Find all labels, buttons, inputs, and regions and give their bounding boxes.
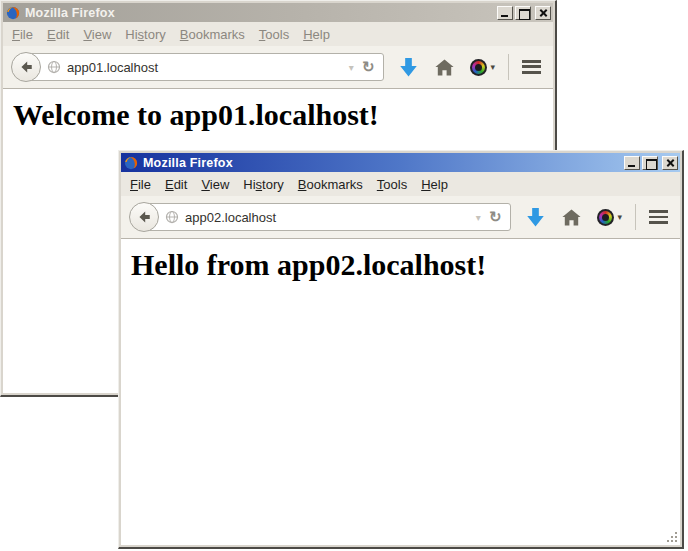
menu-edit[interactable]: Edit (165, 177, 187, 192)
downloads-button[interactable] (399, 57, 418, 78)
menu-view[interactable]: View (83, 27, 111, 42)
menu-tools[interactable]: Tools (377, 177, 407, 192)
titlebar[interactable]: Mozilla Firefox (3, 3, 553, 22)
menu-history[interactable]: History (243, 177, 283, 192)
window-title: Mozilla Firefox (25, 6, 115, 20)
firefox-window-app02: Mozilla Firefox File Edit View History B… (118, 150, 684, 549)
menu-button[interactable] (522, 60, 541, 74)
reload-icon[interactable]: ↻ (487, 208, 504, 226)
menu-tools[interactable]: Tools (259, 27, 289, 42)
addon-button[interactable]: ▾ (597, 209, 622, 226)
navigation-toolbar: app02.localhost ▾ ↻ ▾ (121, 196, 680, 239)
back-button[interactable] (129, 202, 159, 232)
page-content: Hello from app02.localhost! (121, 239, 680, 545)
back-icon (137, 210, 152, 224)
firefox-logo-icon (6, 6, 20, 20)
home-button[interactable] (435, 59, 454, 76)
url-bar[interactable]: app02.localhost ▾ ↻ (143, 203, 511, 231)
menu-view[interactable]: View (201, 177, 229, 192)
navigation-toolbar: app01.localhost ▾ ↻ ▾ (3, 46, 553, 89)
close-button[interactable] (662, 156, 678, 170)
menu-help[interactable]: Help (421, 177, 448, 192)
url-bar[interactable]: app01.localhost ▾ ↻ (25, 53, 384, 81)
close-button[interactable] (535, 6, 551, 20)
page-heading: Hello from app02.localhost! (131, 248, 680, 282)
firefox-logo-icon (124, 156, 138, 170)
menu-bookmarks[interactable]: Bookmarks (180, 27, 245, 42)
menu-bar: File Edit View History Bookmarks Tools H… (3, 22, 553, 46)
url-input[interactable]: app01.localhost (67, 60, 158, 75)
menu-bar: File Edit View History Bookmarks Tools H… (121, 172, 680, 196)
urlbar-dropdown-icon[interactable]: ▾ (343, 62, 360, 73)
color-wheel-icon (597, 209, 614, 226)
titlebar[interactable]: Mozilla Firefox (121, 153, 680, 172)
downloads-button[interactable] (526, 207, 545, 228)
menu-history[interactable]: History (125, 27, 165, 42)
hamburger-icon (522, 60, 541, 74)
maximize-button[interactable] (515, 6, 531, 20)
menu-file[interactable]: File (130, 177, 151, 192)
addon-button[interactable]: ▾ (470, 59, 495, 76)
window-controls (495, 6, 551, 20)
maximize-button[interactable] (642, 156, 658, 170)
home-button[interactable] (562, 209, 581, 226)
menu-file[interactable]: File (12, 27, 33, 42)
globe-icon (165, 210, 179, 224)
hamburger-icon (649, 210, 668, 224)
page-heading: Welcome to app01.localhost! (13, 98, 553, 132)
color-wheel-icon (470, 59, 487, 76)
globe-icon (47, 60, 61, 74)
toolbar-separator (635, 204, 636, 230)
menu-bookmarks[interactable]: Bookmarks (298, 177, 363, 192)
menu-edit[interactable]: Edit (47, 27, 69, 42)
resize-grip[interactable] (666, 531, 679, 544)
minimize-button[interactable] (497, 6, 513, 20)
chevron-down-icon: ▾ (617, 212, 622, 222)
minimize-button[interactable] (624, 156, 640, 170)
chevron-down-icon: ▾ (490, 62, 495, 72)
reload-icon[interactable]: ↻ (360, 58, 377, 76)
toolbar-separator (508, 54, 509, 80)
window-controls (622, 156, 678, 170)
menu-button[interactable] (649, 210, 668, 224)
url-input[interactable]: app02.localhost (185, 210, 276, 225)
urlbar-dropdown-icon[interactable]: ▾ (470, 212, 487, 223)
menu-help[interactable]: Help (303, 27, 330, 42)
window-title: Mozilla Firefox (143, 156, 233, 170)
back-button[interactable] (11, 52, 41, 82)
desktop: Mozilla Firefox File Edit View History B… (0, 0, 688, 551)
back-icon (19, 60, 34, 74)
